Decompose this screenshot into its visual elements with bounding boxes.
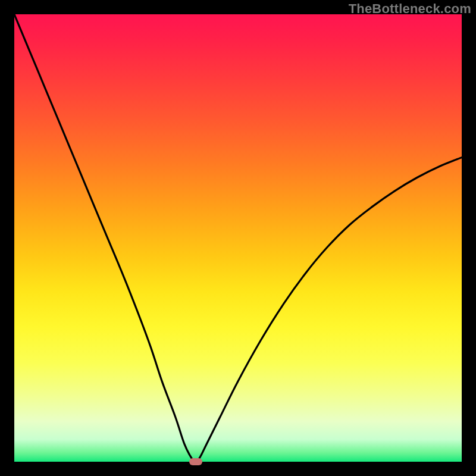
watermark-text: TheBottleneck.com — [349, 1, 471, 17]
curve-svg — [14, 14, 462, 462]
chart-frame: TheBottleneck.com — [0, 0, 476, 476]
optimum-marker — [189, 458, 202, 465]
plot-area — [14, 14, 462, 462]
bottleneck-curve-path — [14, 14, 462, 462]
